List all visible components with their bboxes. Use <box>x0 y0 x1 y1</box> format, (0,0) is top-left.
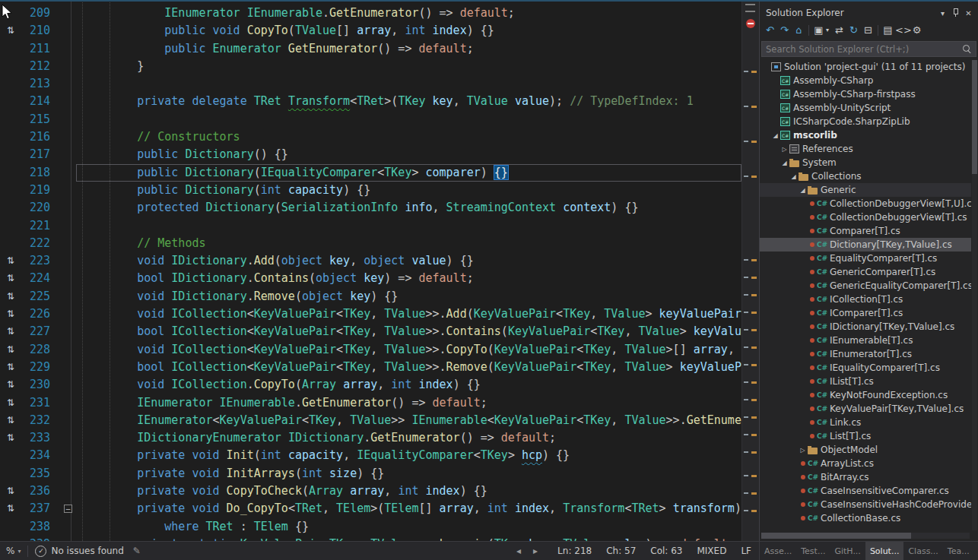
code-text[interactable]: IEnumerator<KeyValuePair<TKey, TValue>> … <box>76 412 741 429</box>
tree-item[interactable]: ◢Generic <box>760 183 971 197</box>
member-nav-icon[interactable]: ⇅ <box>7 326 14 337</box>
tree-item[interactable]: Assembly-UnityScript <box>760 101 971 115</box>
code-text[interactable]: private void Init(int capacity, IEqualit… <box>76 447 741 464</box>
expanded-arrow-icon[interactable]: ◢ <box>799 187 807 194</box>
code-text[interactable]: IDictionaryEnumerator IDictionary.GetEnu… <box>76 429 741 447</box>
tree-item[interactable]: C#BitArray.cs <box>760 470 971 484</box>
code-text[interactable]: void ICollection<KeyValuePair<TKey, TVal… <box>76 305 741 323</box>
member-nav-icon[interactable]: ⇅ <box>7 25 14 36</box>
member-nav-icon[interactable]: ⇅ <box>7 486 14 496</box>
code-text[interactable]: where TRet : TElem {} <box>76 518 741 536</box>
collapsed-arrow-icon[interactable]: ▷ <box>780 146 789 153</box>
sync-active-document-icon[interactable]: ⇄ <box>832 24 846 36</box>
member-nav-icon[interactable]: ⇅ <box>7 397 14 408</box>
breakpoint-margin[interactable]: ⇅ <box>0 288 21 305</box>
breakpoint-margin[interactable] <box>0 40 21 58</box>
code-text[interactable]: void IDictionary.Add(object key, object … <box>76 252 741 270</box>
breakpoint-margin[interactable]: ⇅ <box>0 305 21 323</box>
tree-item[interactable]: ◢Collections <box>760 169 971 183</box>
tree-item[interactable]: Solution 'project-gui' (11 of 11 project… <box>760 60 971 74</box>
window-position-icon[interactable]: ▾ <box>936 9 949 17</box>
tree-item[interactable]: C#ArrayList.cs <box>760 457 971 470</box>
new-view-icon[interactable]: ▣ <box>811 24 826 36</box>
tree-item[interactable]: C#CaseInsensitiveHashCodeProvider.cs <box>760 498 971 511</box>
member-nav-icon[interactable]: ⇅ <box>7 308 14 319</box>
tree-item[interactable]: C#Comparer[T].cs <box>760 224 971 238</box>
code-text[interactable]: private delegate TRet Transform<TRet>(TK… <box>76 93 741 110</box>
breakpoint-margin[interactable] <box>0 235 21 252</box>
breakpoint-margin[interactable]: ⇅ <box>0 394 21 412</box>
code-text[interactable]: public void CopyTo(TValue[] array, int i… <box>76 22 741 40</box>
refresh-icon[interactable]: ↻ <box>846 24 861 36</box>
tree-item[interactable]: ICSharpCode.SharpZipLib <box>760 115 971 128</box>
breakpoint-margin[interactable]: ⇅ <box>0 22 21 40</box>
expanded-arrow-icon[interactable]: ◢ <box>771 132 780 139</box>
code-text[interactable]: IEnumerator IEnumerable.GetEnumerator() … <box>76 394 741 412</box>
code-text[interactable]: } <box>76 58 741 75</box>
tree-item[interactable]: ◢System <box>760 156 971 169</box>
tree-item[interactable]: C#Dictionary[TKey,TValue].cs <box>760 238 971 252</box>
tree-item[interactable]: ◢mscorlib <box>760 128 971 142</box>
tree-item[interactable]: C#IEnumerable[T].cs <box>760 334 971 347</box>
code-text[interactable]: void ICollection.CopyTo(Array array, int… <box>76 376 741 394</box>
breakpoint-margin[interactable] <box>0 111 21 128</box>
code-text[interactable]: public Dictionary() {} <box>76 146 741 163</box>
encoding-indicator[interactable]: MIXED <box>697 546 726 556</box>
member-nav-icon[interactable]: ⇅ <box>7 273 14 283</box>
code-text[interactable]: private static KeyValuePair<TKey, TValue… <box>76 536 741 541</box>
breakpoint-margin[interactable] <box>0 536 21 541</box>
code-text[interactable]: // Methods <box>76 235 741 252</box>
document-health-indicator[interactable] <box>746 19 755 28</box>
tree-item[interactable]: C#List[T].cs <box>760 429 971 443</box>
panel-tab-solut[interactable]: Solut... <box>865 542 904 560</box>
breakpoint-margin[interactable]: ⇅ <box>0 252 21 270</box>
code-editor[interactable]: 209IEnumerator IEnumerable.GetEnumerator… <box>0 0 741 541</box>
search-icon[interactable] <box>962 44 972 54</box>
panel-tab-test[interactable]: Test... <box>796 542 830 560</box>
view-code-icon[interactable]: <> <box>895 24 910 36</box>
panel-tab-tea[interactable]: Tea... <box>943 542 974 560</box>
breakpoint-margin[interactable] <box>0 146 21 163</box>
line-ending-indicator[interactable]: LF <box>741 546 751 556</box>
code-text[interactable]: void ICollection<KeyValuePair<TKey, TVal… <box>76 341 741 359</box>
collapsed-arrow-icon[interactable]: ▷ <box>799 447 807 454</box>
tree-item[interactable]: C#IEqualityComparer[T].cs <box>760 361 971 375</box>
breakpoint-margin[interactable]: ⇅ <box>0 412 21 429</box>
collapse-all-icon[interactable]: ⊟ <box>861 24 875 36</box>
expanded-arrow-icon[interactable]: ◢ <box>780 160 789 166</box>
tree-item[interactable]: C#IList[T].cs <box>760 375 971 388</box>
properties-icon[interactable]: ⚙ <box>910 24 924 36</box>
nav-back-icon[interactable]: ↶ <box>763 24 777 36</box>
member-nav-icon[interactable]: ⇅ <box>7 362 14 372</box>
tree-item[interactable]: Assembly-CSharp-firstpass <box>760 87 971 101</box>
code-text[interactable]: void IDictionary.Remove(object key) {} <box>76 288 741 305</box>
tree-item[interactable]: C#CollectionDebuggerView[T,U].cs <box>760 197 971 210</box>
split-editor-handle[interactable] <box>745 4 755 12</box>
scrollbar-thumb[interactable] <box>761 533 911 539</box>
tree-item[interactable]: C#GenericComparer[T].cs <box>760 265 971 279</box>
breakpoint-margin[interactable] <box>0 199 21 217</box>
code-text[interactable]: bool IDictionary.Contains(object key) =>… <box>76 270 741 287</box>
code-text[interactable]: IEnumerator IEnumerable.GetEnumerator() … <box>76 5 741 22</box>
tree-item[interactable]: C#IEnumerator[T].cs <box>760 347 971 361</box>
code-text[interactable]: private void InitArrays(int size) {} <box>76 465 741 482</box>
breakpoint-margin[interactable]: ⇅ <box>0 376 21 394</box>
breakpoint-margin[interactable] <box>0 447 21 464</box>
member-nav-icon[interactable]: ⇅ <box>7 415 14 426</box>
breakpoint-margin[interactable]: ⇅ <box>0 482 21 500</box>
code-text[interactable]: public Dictionary(IEqualityComparer<TKey… <box>76 164 741 182</box>
panel-tab-asse[interactable]: Asse... <box>760 542 796 560</box>
breakpoint-margin[interactable]: ⇅ <box>0 341 21 359</box>
breakpoint-margin[interactable]: ⇅ <box>0 270 21 287</box>
tree-item[interactable]: C#Link.cs <box>760 416 971 429</box>
scrollbar-thumb[interactable] <box>972 60 977 174</box>
zoom-control[interactable]: % ▾ <box>6 546 21 556</box>
code-text[interactable] <box>76 75 741 93</box>
member-nav-icon[interactable]: ⇅ <box>7 255 14 266</box>
breakpoint-margin[interactable] <box>0 93 21 110</box>
breakpoint-margin[interactable]: ⇅ <box>0 323 21 340</box>
breakpoint-margin[interactable] <box>0 217 21 235</box>
prev-arrow-icon[interactable]: ◂ <box>516 546 521 556</box>
show-all-files-icon[interactable]: ▤ <box>881 24 895 36</box>
tree-item[interactable]: Assembly-CSharp <box>760 74 971 87</box>
